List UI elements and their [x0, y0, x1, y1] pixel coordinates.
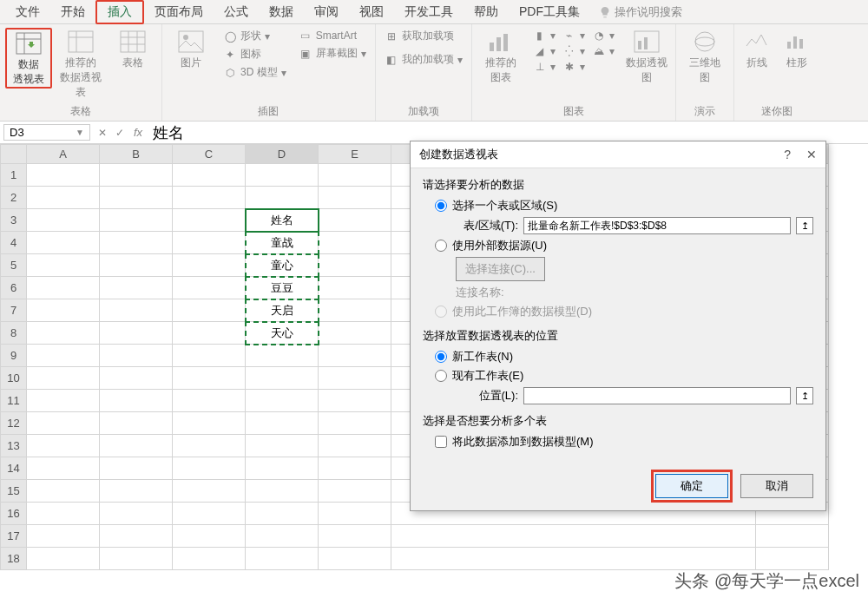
cell[interactable] — [100, 390, 173, 412]
cell[interactable] — [173, 209, 246, 232]
sparkline-line-button[interactable]: 折线 — [740, 28, 774, 70]
cell[interactable] — [173, 254, 246, 277]
cell[interactable] — [246, 503, 319, 525]
my-addins-button[interactable]: ◧我的加载项 ▾ — [381, 51, 466, 68]
radio-new-sheet[interactable] — [435, 351, 447, 363]
cell[interactable] — [319, 254, 391, 277]
cell[interactable] — [27, 412, 100, 435]
cell[interactable] — [319, 525, 391, 548]
cell[interactable] — [100, 503, 173, 525]
tab-insert[interactable]: 插入 — [95, 0, 144, 24]
cell[interactable] — [27, 457, 100, 480]
cell[interactable] — [173, 548, 246, 570]
cell[interactable] — [391, 548, 756, 570]
cell[interactable] — [27, 254, 100, 277]
cell[interactable] — [27, 345, 100, 367]
cell[interactable] — [756, 525, 829, 548]
cell[interactable] — [756, 548, 829, 570]
cell[interactable] — [27, 525, 100, 548]
tab-dev[interactable]: 开发工具 — [394, 2, 464, 23]
cell[interactable] — [319, 209, 391, 232]
fx-icon[interactable]: fx — [128, 126, 148, 139]
cell[interactable] — [246, 367, 319, 390]
cancel-button[interactable]: 取消 — [740, 474, 813, 498]
shapes-button[interactable]: ◯形状 ▾ — [220, 28, 290, 44]
cell[interactable]: 天启 — [246, 299, 319, 322]
row-header[interactable]: 1 — [1, 164, 27, 187]
cell[interactable] — [27, 277, 100, 299]
row-header[interactable]: 17 — [1, 525, 27, 548]
dialog-titlebar[interactable]: 创建数据透视表 ? ✕ — [411, 141, 825, 168]
cell[interactable] — [27, 390, 100, 412]
cell[interactable] — [246, 435, 319, 457]
cell[interactable] — [100, 480, 173, 503]
name-box[interactable]: D3 ▼ — [3, 124, 90, 141]
recommended-charts-button[interactable]: 推荐的 图表 — [477, 28, 524, 85]
enter-icon[interactable]: ✓ — [111, 127, 128, 139]
cell[interactable] — [319, 367, 391, 390]
cell[interactable] — [100, 525, 173, 548]
cell[interactable] — [27, 299, 100, 322]
cell[interactable] — [391, 525, 756, 548]
icons-button[interactable]: ✦图标 — [220, 46, 290, 62]
cell[interactable] — [100, 164, 173, 187]
col-header[interactable]: B — [100, 145, 173, 164]
cell[interactable] — [246, 345, 319, 367]
cell[interactable] — [100, 412, 173, 435]
cell[interactable] — [173, 435, 246, 457]
cell[interactable] — [173, 345, 246, 367]
cell[interactable] — [319, 390, 391, 412]
tab-pdf[interactable]: PDF工具集 — [509, 2, 590, 23]
tab-view[interactable]: 视图 — [349, 2, 394, 23]
cell[interactable] — [27, 480, 100, 503]
select-all-corner[interactable] — [1, 145, 27, 164]
col-header[interactable]: A — [27, 145, 100, 164]
cell[interactable] — [319, 480, 391, 503]
cell[interactable]: 童心 — [246, 254, 319, 277]
cell[interactable] — [100, 457, 173, 480]
cell[interactable] — [27, 435, 100, 457]
location-selector-button[interactable]: ↥ — [796, 387, 813, 404]
radio-select-range[interactable] — [435, 200, 447, 212]
tab-data[interactable]: 数据 — [259, 2, 304, 23]
row-header[interactable]: 8 — [1, 322, 27, 345]
cell[interactable] — [319, 164, 391, 187]
cell[interactable] — [100, 548, 173, 570]
cell[interactable] — [100, 254, 173, 277]
chart-map-button[interactable]: ⛰▾ — [589, 43, 618, 59]
cell[interactable] — [27, 164, 100, 187]
cell[interactable] — [319, 277, 391, 299]
cell[interactable]: 姓名 — [246, 209, 319, 232]
sparkline-column-button[interactable]: 柱形 — [779, 28, 814, 70]
row-header[interactable]: 13 — [1, 435, 27, 457]
cell[interactable] — [100, 299, 173, 322]
cell[interactable] — [246, 548, 319, 570]
close-icon[interactable]: ✕ — [806, 148, 817, 161]
row-header[interactable]: 16 — [1, 503, 27, 525]
row-header[interactable]: 3 — [1, 209, 27, 232]
row-header[interactable]: 6 — [1, 277, 27, 299]
cell[interactable] — [319, 187, 391, 209]
get-addins-button[interactable]: ⊞获取加载项 — [381, 28, 466, 44]
cell[interactable] — [319, 457, 391, 480]
radio-external-source[interactable] — [435, 240, 447, 252]
row-header[interactable]: 2 — [1, 187, 27, 209]
chart-scatter-button[interactable]: ⁛▾ — [559, 43, 589, 59]
cell[interactable] — [27, 503, 100, 525]
chart-pie-button[interactable]: ◔▾ — [589, 28, 618, 43]
row-header[interactable]: 18 — [1, 548, 27, 570]
cell[interactable] — [173, 480, 246, 503]
cell[interactable] — [319, 548, 391, 570]
cell[interactable] — [173, 299, 246, 322]
cell[interactable] — [173, 277, 246, 299]
row-header[interactable]: 10 — [1, 367, 27, 390]
tab-home[interactable]: 开始 — [50, 2, 95, 23]
radio-existing-sheet[interactable] — [435, 370, 447, 382]
row-header[interactable]: 15 — [1, 480, 27, 503]
col-header[interactable]: C — [173, 145, 246, 164]
cell[interactable] — [173, 367, 246, 390]
chart-radar-button[interactable]: ✱▾ — [559, 59, 589, 75]
table-button[interactable]: 表格 — [109, 28, 156, 70]
cell[interactable] — [173, 322, 246, 345]
pivot-chart-button[interactable]: 数据透视图 — [623, 28, 670, 85]
